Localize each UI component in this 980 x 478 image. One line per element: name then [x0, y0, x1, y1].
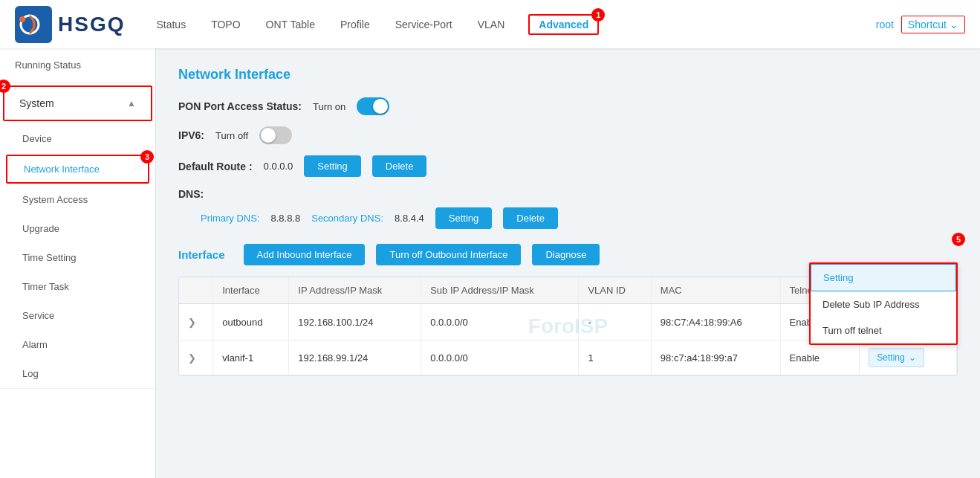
header: HSGQ Status TOPO ONT Table Profile Servi…	[0, 0, 980, 48]
sidebar-system-badge: 2	[0, 80, 10, 93]
svg-point-2	[19, 16, 25, 22]
sidebar: Running Status System 2 ▲ Device Network…	[0, 48, 156, 478]
logo: HSGQ	[15, 6, 125, 43]
col-expand	[179, 277, 213, 304]
nav-ont-table[interactable]: ONT Table	[265, 15, 317, 34]
nav-advanced-badge: 1	[591, 8, 605, 22]
nav-topo[interactable]: TOPO	[210, 15, 241, 34]
layout: Running Status System 2 ▲ Device Network…	[0, 48, 980, 478]
sidebar-item-service[interactable]: Service	[0, 301, 155, 330]
row1-vlan-id: -	[579, 304, 651, 340]
nav-vlan[interactable]: VLAN	[476, 15, 507, 34]
main-nav: Status TOPO ONT Table Profile Service-Po…	[155, 14, 875, 35]
nav-shortcut[interactable]: Shortcut ⌄	[901, 16, 965, 33]
setting-dropdown-container: 5 Setting Delete Sub IP Address Turn off…	[809, 240, 958, 323]
col-ip-mask: IP Address/IP Mask	[289, 277, 421, 304]
sidebar-item-network-interface[interactable]: Network Interface 3	[6, 155, 149, 184]
sidebar-item-system-access[interactable]: System Access	[0, 185, 155, 214]
ipv6-value: Turn off	[215, 130, 248, 141]
dns-delete-button[interactable]: Delete	[503, 207, 558, 229]
logo-text: HSGQ	[58, 13, 125, 36]
page-title: Network Interface	[178, 67, 958, 83]
nav-advanced[interactable]: Advanced 1	[528, 14, 599, 35]
interface-section: Interface Add Inbound Interface Turn off…	[178, 244, 958, 376]
sidebar-system-section: System 2 ▲ Device Network Interface 3 Sy…	[0, 85, 155, 389]
nav-user: root	[876, 19, 894, 30]
row2-action: Setting ⌄	[860, 340, 957, 375]
table-row: ❯ vlanif-1 192.168.99.1/24 0.0.0.0/0 1 9…	[179, 340, 957, 375]
dns-section: DNS: Primary DNS: 8.8.8.8 Secondary DNS:…	[178, 188, 958, 229]
sidebar-running-status[interactable]: Running Status	[0, 48, 155, 83]
default-route-setting-button[interactable]: Setting	[304, 155, 360, 177]
row1-interface: outbound	[213, 304, 289, 340]
pon-port-value: Turn on	[313, 101, 345, 112]
dns-row: Primary DNS: 8.8.8.8 Secondary DNS: 8.8.…	[178, 207, 958, 229]
toggle-knob	[373, 99, 388, 114]
col-interface: Interface	[213, 277, 289, 304]
secondary-dns-value: 8.8.4.4	[395, 213, 424, 224]
interface-title: Interface	[178, 248, 225, 261]
row2-sub-ip-mask: 0.0.0.0/0	[421, 340, 579, 375]
diagnose-button[interactable]: Diagnose	[532, 244, 600, 265]
nav-status[interactable]: Status	[155, 15, 187, 34]
ipv6-toggle[interactable]	[259, 126, 292, 144]
setting-dropdown-badge: 5	[952, 233, 965, 246]
turn-off-outbound-button[interactable]: Turn off Outbound Interface	[376, 244, 521, 265]
row2-setting-button[interactable]: Setting ⌄	[869, 348, 924, 367]
toggle-knob-ipv6	[261, 128, 276, 143]
default-route-row: Default Route : 0.0.0.0 Setting Delete	[178, 155, 958, 177]
dns-label: DNS:	[178, 188, 204, 200]
row2-expand[interactable]: ❯	[179, 340, 213, 375]
sidebar-item-timer-task[interactable]: Timer Task	[0, 272, 155, 301]
main-content: Network Interface PON Port Access Status…	[156, 48, 980, 478]
default-route-delete-button[interactable]: Delete	[372, 155, 427, 177]
chevron-down-icon: ⌄	[909, 352, 916, 363]
default-route-label: Default Route :	[178, 161, 253, 172]
row1-mac: 98:C7:A4:18:99:A6	[651, 304, 780, 340]
sidebar-system-label: System	[19, 97, 54, 109]
col-mac: MAC	[651, 277, 780, 304]
sidebar-item-time-setting[interactable]: Time Setting	[0, 243, 155, 272]
nav-profile[interactable]: Profile	[339, 15, 371, 34]
sidebar-item-log[interactable]: Log	[0, 359, 155, 388]
dropdown-turn-off-telnet[interactable]: Turn off telnet	[811, 317, 956, 343]
chevron-up-icon: ▲	[127, 98, 136, 109]
col-vlan-id: VLAN ID	[579, 277, 651, 304]
sidebar-network-badge: 3	[140, 150, 154, 164]
dns-setting-button[interactable]: Setting	[435, 207, 492, 229]
row1-expand[interactable]: ❯	[179, 304, 213, 340]
row2-ip-mask: 192.168.99.1/24	[289, 340, 421, 375]
row1-sub-ip-mask: 0.0.0.0/0	[421, 304, 579, 340]
col-sub-ip-mask: Sub IP Address/IP Mask	[421, 277, 579, 304]
sidebar-item-device[interactable]: Device	[0, 124, 155, 153]
sidebar-item-alarm[interactable]: Alarm	[0, 330, 155, 359]
row2-interface: vlanif-1	[213, 340, 289, 375]
primary-dns-label: Primary DNS:	[201, 213, 259, 224]
nav-right: root Shortcut ⌄	[876, 16, 965, 33]
setting-dropdown-wrap: 5 Setting Delete Sub IP Address Turn off…	[809, 240, 958, 323]
pon-port-label: PON Port Access Status:	[178, 100, 302, 112]
add-inbound-button[interactable]: Add Inbound Interface	[244, 244, 366, 265]
row2-mac: 98:c7:a4:18:99:a7	[651, 340, 780, 375]
ipv6-label: IPV6:	[178, 129, 204, 141]
dropdown-delete-sub-ip[interactable]: Delete Sub IP Address	[811, 291, 956, 317]
default-route-value: 0.0.0.0	[264, 161, 293, 172]
interface-dropdown-menu: Setting Delete Sub IP Address Turn off t…	[809, 262, 958, 345]
pon-port-row: PON Port Access Status: Turn on	[178, 97, 958, 115]
row1-ip-mask: 192.168.100.1/24	[289, 304, 421, 340]
row2-vlan-id: 1	[579, 340, 651, 375]
pon-port-toggle[interactable]	[357, 97, 389, 115]
primary-dns-value: 8.8.8.8	[270, 213, 300, 224]
expand-arrow-icon: ❯	[188, 352, 196, 364]
sidebar-item-upgrade[interactable]: Upgrade	[0, 214, 155, 243]
dropdown-setting[interactable]: Setting	[811, 264, 956, 291]
nav-service-port[interactable]: Service-Port	[394, 15, 454, 34]
ipv6-row: IPV6: Turn off	[178, 126, 958, 144]
expand-arrow-icon: ❯	[188, 317, 196, 328]
logo-icon	[15, 6, 52, 43]
secondary-dns-label: Secondary DNS:	[311, 213, 383, 224]
sidebar-system-header[interactable]: System 2 ▲	[3, 85, 152, 121]
interface-header: Interface Add Inbound Interface Turn off…	[178, 244, 958, 265]
row2-telnet: Enable	[780, 340, 860, 375]
